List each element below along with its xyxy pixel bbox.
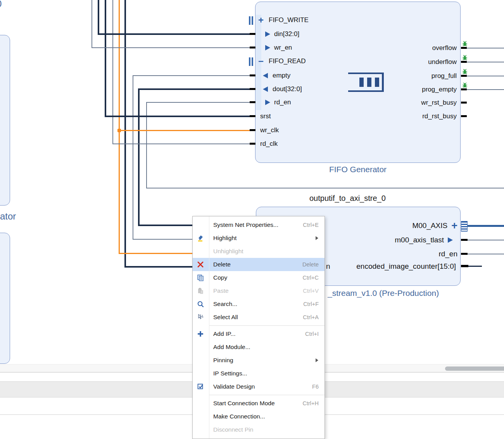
- menu-item-pinning[interactable]: Pinning: [193, 354, 324, 367]
- fifo-read-group[interactable]: − FIFO_READ: [258, 57, 306, 65]
- net-prog-empty[interactable]: [467, 89, 504, 90]
- paste-icon: [196, 287, 205, 295]
- net-encoded-counter[interactable]: [468, 266, 482, 267]
- pin-stub-underflow[interactable]: [461, 61, 467, 63]
- menu-item-system-net-properties[interactable]: System Net Properties... Ctrl+E: [193, 218, 324, 232]
- net-to-hidden-port-3[interactable]: [119, 253, 194, 254]
- port-wr-rst-busy[interactable]: wr_rst_busy: [349, 99, 457, 107]
- net-srst[interactable]: [105, 116, 250, 117]
- net-m00-axis[interactable]: [468, 225, 504, 227]
- menu-item-copy[interactable]: Copy Ctrl+C: [193, 271, 324, 284]
- port-dout[interactable]: dout[32:0]: [263, 85, 302, 93]
- port-prog-empty[interactable]: prog_empty: [349, 86, 457, 93]
- menu-item-ip-settings[interactable]: IP Settings...: [193, 367, 324, 380]
- menu-icon-gutter-divider: [209, 216, 209, 439]
- pin-stub-dout[interactable]: [250, 88, 255, 90]
- port-rd-en[interactable]: rd_en: [265, 99, 291, 106]
- net-navy-vertical[interactable]: [124, 0, 126, 267]
- net-dout-vertical[interactable]: [138, 89, 140, 225]
- net-rd-clk[interactable]: [112, 143, 250, 144]
- net-underflow[interactable]: [467, 62, 504, 62]
- net-empty-vertical[interactable]: [133, 76, 133, 240]
- menu-item-make-connection[interactable]: Make Connection...: [193, 410, 324, 423]
- pin-stub-rd-clk[interactable]: [250, 143, 255, 145]
- output-arrow-icon: [263, 73, 268, 78]
- port-rd-rst-busy[interactable]: rd_rst_busy: [349, 112, 457, 120]
- fifo-write-group[interactable]: + FIFO_WRITE: [258, 16, 309, 24]
- port-rd-en-out[interactable]: rd_en: [330, 250, 457, 258]
- menu-item-delete[interactable]: Delete Delete: [193, 258, 324, 271]
- port-label: prog_empty: [422, 86, 457, 93]
- pin-stub-rd-en-out[interactable]: [461, 253, 468, 255]
- output-block-type-label: _stream_v1.0 (Pre-Production): [328, 289, 439, 298]
- pin-stub-overflow[interactable]: [461, 47, 467, 49]
- pin-stub-prog-empty[interactable]: [461, 88, 467, 90]
- pin-stub-encoded[interactable]: [461, 265, 468, 267]
- net-to-hidden-port-2[interactable]: [133, 239, 194, 240]
- net-empty[interactable]: [133, 75, 250, 76]
- net-wr-clk-vertical[interactable]: [119, 0, 120, 254]
- net-rd-en-out[interactable]: [468, 254, 504, 254]
- partial-block-upper-left[interactable]: [0, 35, 10, 206]
- pin-stub-empty[interactable]: [250, 74, 255, 76]
- port-m00-axis[interactable]: M00_AXIS +: [330, 221, 457, 230]
- menu-item-add-ip[interactable]: Add IP... Ctrl+I: [193, 327, 324, 340]
- pin-stub-din[interactable]: [250, 33, 255, 35]
- pin-stub-wr-en[interactable]: [250, 47, 255, 48]
- port-overflow[interactable]: overflow: [349, 44, 457, 52]
- net-to-hidden-port-1[interactable]: [138, 225, 194, 226]
- block-design-canvas[interactable]: 0 ator + FIF: [0, 0, 504, 439]
- pin-stub-prog-full[interactable]: [461, 75, 467, 77]
- net-srst-vertical[interactable]: [105, 0, 106, 116]
- select-all-cursor-icon: [196, 313, 205, 321]
- axis-interface-pin-icon[interactable]: [461, 221, 468, 232]
- net-prog-full[interactable]: [467, 76, 504, 76]
- net-long-horizontal[interactable]: [146, 188, 504, 188]
- port-label: wr_rst_busy: [421, 99, 457, 107]
- net-to-hidden-port-4[interactable]: [124, 266, 194, 268]
- port-din[interactable]: din[32:0]: [265, 30, 299, 38]
- expand-plus-icon[interactable]: +: [258, 17, 264, 24]
- port-encoded-image-counter[interactable]: encoded_image_counter[15:0]: [330, 262, 456, 271]
- net-wr-en-vertical[interactable]: [91, 0, 92, 48]
- port-prog-full[interactable]: prog_full: [349, 72, 457, 80]
- port-wr-en[interactable]: wr_en: [265, 44, 292, 52]
- port-m00-axis-tlast[interactable]: m00_axis_tlast: [330, 236, 453, 244]
- menu-item-highlight[interactable]: Highlight: [193, 232, 324, 245]
- pin-stub-wr-rst-busy[interactable]: [461, 102, 467, 104]
- net-din[interactable]: [98, 33, 250, 35]
- port-underflow[interactable]: underflow: [349, 58, 457, 66]
- net-wr-en[interactable]: [91, 47, 250, 48]
- net-overflow[interactable]: [467, 48, 504, 48]
- partial-block-lower-left[interactable]: [0, 233, 10, 364]
- expand-plus-icon[interactable]: +: [451, 222, 457, 229]
- validate-checkbox-icon: [196, 382, 205, 391]
- debug-bug-icon: [462, 69, 468, 74]
- menu-item-start-connection-mode[interactable]: Start Connection Mode Ctrl+H: [193, 397, 324, 410]
- menu-item-add-module[interactable]: Add Module...: [193, 340, 324, 354]
- port-empty[interactable]: empty: [263, 72, 290, 80]
- pin-stub-srst[interactable]: [250, 115, 255, 117]
- net-dout[interactable]: [138, 88, 250, 90]
- port-wr-clk[interactable]: wr_clk: [260, 126, 279, 134]
- port-rd-clk[interactable]: rd_clk: [260, 140, 278, 148]
- net-m00-axis-tlast[interactable]: [468, 240, 504, 240]
- net-din-vertical[interactable]: [98, 0, 99, 34]
- horizontal-scrollbar-thumb[interactable]: [445, 366, 504, 371]
- debug-bug-icon: [462, 41, 468, 47]
- pin-stub-wr-clk[interactable]: [250, 129, 255, 131]
- net-wr-clk[interactable]: [119, 130, 250, 131]
- pin-stub-rd-en[interactable]: [250, 101, 255, 103]
- pin-stub-tlast[interactable]: [461, 239, 468, 241]
- collapse-minus-icon[interactable]: −: [258, 58, 264, 65]
- net-rd-clk-vertical[interactable]: [112, 0, 113, 144]
- net-junction-dot: [117, 129, 121, 132]
- menu-item-validate-design[interactable]: Validate Design F6: [193, 380, 324, 393]
- menu-item-select-all[interactable]: Select All Ctrl+A: [193, 311, 324, 324]
- menu-item-search[interactable]: Search... Ctrl+F: [193, 297, 324, 311]
- menu-item-paste: Paste Ctrl+V: [193, 284, 324, 297]
- port-srst[interactable]: srst: [260, 112, 271, 120]
- context-menu[interactable]: System Net Properties... Ctrl+E Highligh…: [192, 216, 325, 439]
- net-rd-en[interactable]: [146, 102, 250, 103]
- pin-stub-rd-rst-busy[interactable]: [461, 115, 467, 117]
